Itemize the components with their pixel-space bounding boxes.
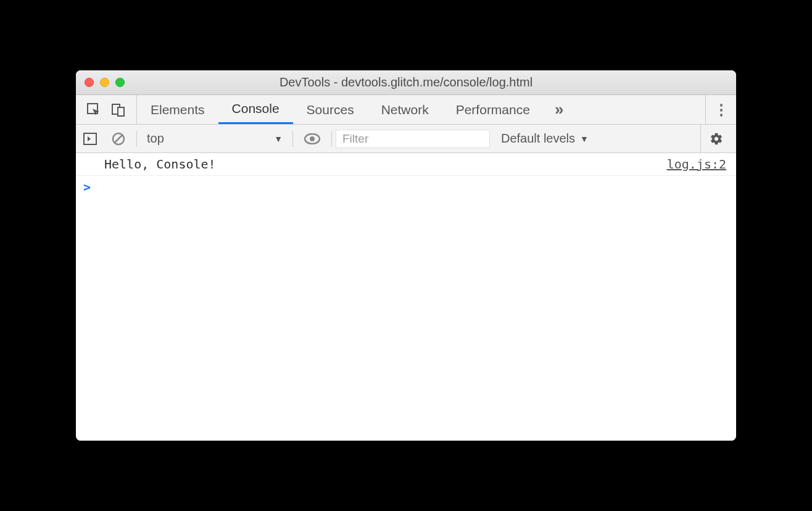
console-toolbar: top ▼ Default levels ▼ (76, 125, 736, 153)
console-output: Hello, Console! log.js:2 > (76, 153, 736, 441)
minimize-window-button[interactable] (100, 78, 109, 87)
prompt-chevron-icon: > (83, 180, 91, 194)
tab-sources[interactable]: Sources (293, 95, 368, 124)
inspect-element-icon[interactable] (87, 103, 101, 117)
svg-rect-2 (118, 107, 124, 116)
toggle-sidebar-icon[interactable] (76, 133, 104, 145)
traffic-lights (85, 78, 125, 87)
kebab-menu-icon[interactable]: ⋮ (705, 95, 736, 124)
tab-network[interactable]: Network (368, 95, 442, 124)
context-label: top (147, 131, 164, 146)
console-prompt[interactable]: > (76, 176, 736, 198)
close-window-button[interactable] (85, 78, 94, 87)
tab-performance[interactable]: Performance (442, 95, 544, 124)
live-expression-icon[interactable] (297, 133, 328, 144)
devtools-window: DevTools - devtools.glitch.me/console/lo… (76, 70, 736, 441)
tab-console[interactable]: Console (218, 95, 293, 124)
clear-console-icon[interactable] (104, 132, 133, 146)
log-entry: Hello, Console! log.js:2 (76, 153, 736, 176)
svg-line-5 (115, 135, 122, 143)
maximize-window-button[interactable] (115, 78, 125, 87)
log-source-link[interactable]: log.js:2 (667, 157, 726, 172)
log-levels-selector[interactable]: Default levels ▼ (490, 131, 600, 146)
filter-input[interactable] (336, 130, 490, 148)
context-selector[interactable]: top ▼ (141, 128, 289, 149)
levels-label: Default levels (501, 131, 575, 146)
chevron-down-icon: ▼ (580, 134, 589, 144)
main-tabbar: Elements Console Sources Network Perform… (76, 95, 736, 125)
tab-elements[interactable]: Elements (137, 95, 218, 124)
svg-point-7 (310, 136, 315, 141)
window-title: DevTools - devtools.glitch.me/console/lo… (76, 75, 736, 89)
device-toolbar-icon[interactable] (112, 103, 125, 117)
more-tabs-button[interactable]: » (544, 95, 574, 124)
log-message: Hello, Console! (104, 157, 216, 172)
chevron-down-icon: ▼ (274, 134, 283, 144)
console-settings-icon[interactable] (700, 125, 731, 152)
titlebar: DevTools - devtools.glitch.me/console/lo… (76, 70, 736, 95)
